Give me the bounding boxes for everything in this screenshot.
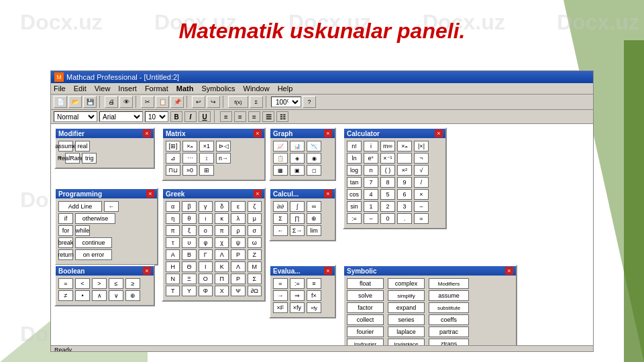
eval-fx[interactable]: f×	[307, 290, 321, 301]
tb-calc[interactable]: f(x)	[228, 96, 248, 108]
bool-ge[interactable]: ≥	[125, 278, 140, 289]
bold-btn[interactable]: B	[170, 111, 182, 122]
sym-simplify[interactable]: simplify	[388, 290, 425, 301]
menu-file[interactable]: File	[54, 84, 66, 93]
calc-cos[interactable]: cos	[347, 189, 362, 200]
menu-math[interactable]: Math	[176, 84, 194, 93]
matrix-btn10[interactable]: ⊞	[199, 165, 214, 176]
sym-float[interactable]: float	[347, 278, 384, 289]
greek-header[interactable]: Greek ×	[163, 189, 264, 198]
calc-4[interactable]: 4	[364, 189, 378, 200]
matrix-btn8[interactable]: ⊓⊔	[166, 165, 180, 176]
greek-LambdaU[interactable]: Λ	[231, 261, 245, 272]
greek-tau[interactable]: τ	[166, 237, 180, 248]
evaluation-close[interactable]: ×	[324, 267, 332, 275]
bool-xor[interactable]: ⊕	[125, 290, 140, 301]
calc-sqrt[interactable]: √	[414, 165, 429, 176]
zoom-select[interactable]: 100% 75% 150%	[271, 97, 301, 107]
sym-coeffs[interactable]: coeffs	[429, 314, 469, 325]
greek-Nu[interactable]: Ν	[166, 274, 180, 284]
tb-print[interactable]: 🖨	[105, 96, 118, 108]
bool-dot[interactable]: •	[75, 290, 90, 301]
calc-sq[interactable]: ×²	[397, 165, 412, 176]
bool-neq[interactable]: ≠	[58, 290, 73, 301]
greek-phi[interactable]: φ	[199, 237, 213, 248]
greek-beta[interactable]: β	[182, 201, 196, 212]
graph-btn3[interactable]: 📉	[307, 141, 321, 152]
prog-if[interactable]: if	[58, 213, 73, 224]
eval-xfy[interactable]: ×fy	[290, 302, 305, 313]
bool-and[interactable]: ∧	[92, 290, 107, 301]
greek-Xi[interactable]: Ξ	[182, 274, 196, 284]
calc-paren[interactable]: ( )	[380, 165, 395, 176]
calc-sin[interactable]: sin	[347, 201, 362, 212]
calc-5[interactable]: 5	[380, 189, 395, 200]
greek-eta[interactable]: η	[166, 213, 180, 224]
eval-darrow[interactable]: ⇒	[290, 290, 305, 301]
calc-ex[interactable]: eˣ	[364, 153, 378, 164]
sym-partrac[interactable]: partrac	[429, 326, 469, 337]
calc2-inf[interactable]: ∞	[307, 201, 321, 212]
calc-minus[interactable]: –	[414, 201, 429, 212]
modifier-close[interactable]: ×	[143, 129, 151, 137]
modifier-real[interactable]: real	[75, 141, 90, 152]
greek-psi[interactable]: ψ	[231, 237, 245, 248]
prog-continue[interactable]: continue	[75, 237, 112, 248]
matrix-btn6[interactable]: ↕	[199, 153, 214, 164]
calc2-deriv[interactable]: ∂/∂	[273, 201, 288, 212]
menu-format[interactable]: Format	[145, 84, 168, 93]
eval-xfy2[interactable]: ×fy	[307, 302, 321, 313]
sym-ztrans[interactable]: ztrans	[429, 339, 469, 345]
align-left[interactable]: ≡	[220, 111, 232, 122]
calc-0[interactable]: 0	[380, 213, 395, 224]
calc-log[interactable]: log	[347, 165, 362, 176]
greek-Kappa[interactable]: Κ	[215, 261, 229, 272]
prog-for[interactable]: for	[58, 225, 73, 236]
calc2-arrow[interactable]: ←	[273, 225, 288, 236]
calc-abs[interactable]: |×|	[414, 141, 429, 152]
boolean-close[interactable]: ×	[143, 267, 151, 275]
calc-1[interactable]: 1	[364, 201, 378, 212]
style-select[interactable]: Normal	[54, 111, 97, 122]
greek-Mu[interactable]: Μ	[248, 261, 262, 272]
tb-new[interactable]: 📄	[54, 96, 67, 108]
modifier-realrange[interactable]: RealRange	[65, 153, 80, 164]
greek-close[interactable]: ×	[254, 190, 262, 198]
graph-close[interactable]: ×	[324, 129, 332, 137]
calc-div[interactable]: /	[414, 177, 429, 188]
prog-addline[interactable]: Add Line	[58, 201, 102, 212]
calc2-prod[interactable]: ∏	[290, 213, 305, 224]
symbolic-close[interactable]: ×	[505, 267, 513, 275]
programming-close[interactable]: ×	[146, 190, 154, 198]
greek-sigma[interactable]: σ	[248, 225, 262, 236]
greek-Theta[interactable]: Θ	[182, 261, 196, 272]
matrix-header[interactable]: Matrix ×	[163, 129, 264, 138]
matrix-btn0[interactable]: [⊞]	[166, 141, 180, 152]
matrix-btn7[interactable]: n→	[216, 153, 231, 164]
matrix-btn4[interactable]: ⊿	[166, 153, 180, 164]
greek-Rho[interactable]: Ρ	[231, 249, 245, 260]
bool-gt[interactable]: >	[92, 278, 107, 289]
greek-Psi[interactable]: Ψ	[231, 286, 245, 296]
sym-modifiers[interactable]: Modifiers	[429, 278, 469, 289]
tb-open[interactable]: 📂	[68, 96, 82, 108]
symbolic-header[interactable]: Symbolic ×	[344, 266, 516, 276]
calc-nfact[interactable]: n!	[347, 141, 362, 152]
calculus-header[interactable]: Calcul... ×	[270, 189, 335, 198]
greek-Eta[interactable]: Η	[166, 261, 180, 272]
matrix-btn5[interactable]: ⋯	[182, 153, 197, 164]
sym-fourier[interactable]: fourier	[347, 326, 384, 337]
matrix-btn3[interactable]: ⊳◁	[216, 141, 231, 152]
tb-cut[interactable]: ✂	[141, 96, 154, 108]
sym-invlaplace[interactable]: Invlaplace	[388, 339, 425, 345]
calculator-header[interactable]: Calculator ×	[344, 129, 445, 138]
sym-series[interactable]: series	[388, 314, 425, 325]
greek-Omega[interactable]: ∂Ω	[248, 286, 262, 296]
calc-3[interactable]: 3	[397, 201, 412, 212]
calc-eq[interactable]: =	[414, 213, 429, 224]
greek-lambda[interactable]: λ	[231, 213, 245, 224]
graph-btn9[interactable]: ◻	[307, 165, 321, 176]
menu-view[interactable]: View	[95, 84, 111, 93]
greek-Iota[interactable]: Ι	[199, 261, 213, 272]
greek-omega[interactable]: ω	[248, 237, 262, 248]
